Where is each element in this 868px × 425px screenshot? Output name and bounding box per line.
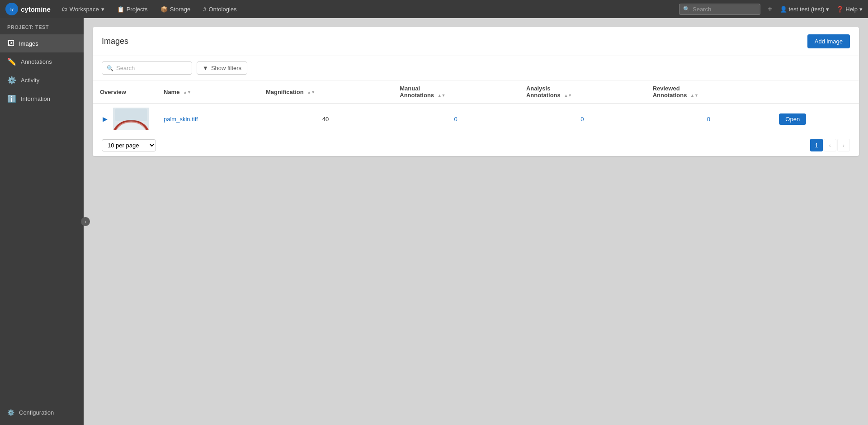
sidebar-images-label: Images	[19, 40, 38, 47]
sidebar-project-title: PROJECT: TEST	[0, 18, 84, 34]
nav-workspace-label: Workspace	[70, 6, 99, 13]
user-label: test test (test)	[789, 6, 825, 13]
col-manual-annotations[interactable]: ManualAnnotations ▲▼	[392, 80, 519, 104]
table-row: ▶	[93, 104, 859, 134]
per-page-select[interactable]: 10 per page 25 per page 50 per page	[102, 139, 156, 151]
help-chevron-icon: ▾	[859, 6, 863, 13]
projects-icon: 📋	[117, 6, 124, 13]
image-name-link[interactable]: palm_skin.tiff	[164, 116, 198, 123]
filter-icon: ▼	[203, 65, 208, 71]
row-actions-cell: Open	[772, 104, 859, 134]
sidebar-activity-label: Activity	[21, 77, 39, 84]
reviewed-sort-icon: ▲▼	[690, 94, 698, 98]
global-search-box[interactable]: 🔍	[679, 4, 760, 15]
row-magnification-cell: 40	[259, 104, 392, 134]
row-reviewed-cell: 0	[646, 104, 772, 134]
next-page-button[interactable]: ›	[837, 139, 850, 151]
col-magnification[interactable]: Magnification ▲▼	[259, 80, 392, 104]
col-analysis-label: AnalysisAnnotations	[526, 85, 561, 99]
svg-rect-6	[115, 109, 147, 121]
row-overview-cell: ▶	[93, 104, 156, 134]
nav-ontologies[interactable]: # Ontologies	[201, 6, 238, 13]
per-page-selector[interactable]: 10 per page 25 per page 50 per page	[102, 139, 156, 151]
brand[interactable]: cy cytomine	[5, 3, 51, 15]
col-manual-label: ManualAnnotations	[400, 85, 434, 99]
search-icon: 🔍	[107, 65, 113, 71]
main-layout: PROJECT: TEST 🖼 Images ✏️ Annotations ⚙️…	[0, 18, 868, 425]
add-button[interactable]: +	[768, 5, 773, 14]
table-header: Overview Name ▲▼ Magnification ▲▼ Manual…	[93, 80, 859, 104]
col-actions	[772, 80, 859, 104]
panel-header: Images Add image	[93, 27, 859, 56]
panel-toolbar: 🔍 ▼ Show filters	[93, 56, 859, 80]
sidebar-bottom: ⚙️ Configuration	[0, 400, 84, 425]
manual-sort-icon: ▲▼	[438, 94, 446, 98]
nav-storage[interactable]: 📦 Storage	[159, 6, 193, 13]
sidebar-item-images[interactable]: 🖼 Images	[0, 34, 84, 52]
panel-title: Images	[102, 37, 128, 46]
global-search-input[interactable]	[693, 6, 756, 13]
row-expand-button[interactable]: ▶	[100, 114, 110, 123]
content-area: Images Add image 🔍 ▼ Show filters	[84, 18, 868, 425]
images-icon: 🖼	[7, 39, 14, 47]
analysis-annotations-value[interactable]: 0	[580, 116, 584, 123]
col-name-label: Name	[164, 89, 179, 95]
magnification-sort-icon: ▲▼	[307, 90, 315, 94]
workspace-icon: 🗂	[61, 6, 67, 13]
search-icon: 🔍	[683, 6, 690, 12]
nav-storage-label: Storage	[170, 6, 191, 13]
brand-name: cytomine	[21, 5, 51, 13]
thumbnail-image	[113, 108, 149, 130]
col-analysis-annotations[interactable]: AnalysisAnnotations ▲▼	[519, 80, 646, 104]
sidebar-item-information[interactable]: ℹ️ Information	[0, 90, 84, 108]
col-magnification-label: Magnification	[266, 89, 304, 95]
logo-icon: cy	[5, 3, 18, 15]
col-overview: Overview	[93, 80, 156, 104]
sidebar-annotations-label: Annotations	[21, 58, 52, 65]
sidebar-collapse-button[interactable]: ‹	[81, 217, 90, 226]
reviewed-annotations-value[interactable]: 0	[707, 116, 710, 123]
navbar: cy cytomine 🗂 Workspace ▾ 📋 Projects 📦 S…	[0, 0, 868, 18]
nav-projects-label: Projects	[127, 6, 148, 13]
user-menu[interactable]: 👤 test test (test) ▾	[780, 6, 830, 13]
sidebar-item-configuration[interactable]: ⚙️ Configuration	[7, 406, 76, 420]
row-manual-cell: 0	[392, 104, 519, 134]
pagination: 1 ‹ ›	[810, 139, 850, 151]
current-page-button[interactable]: 1	[810, 139, 823, 151]
storage-icon: 📦	[160, 6, 168, 13]
information-icon: ℹ️	[7, 94, 16, 103]
prev-page-button[interactable]: ‹	[824, 139, 836, 151]
add-image-button[interactable]: Add image	[807, 34, 850, 48]
help-label: Help	[845, 6, 858, 13]
config-icon: ⚙️	[7, 409, 14, 416]
row-analysis-cell: 0	[519, 104, 646, 134]
user-icon: 👤	[780, 6, 787, 13]
open-image-button[interactable]: Open	[779, 113, 806, 125]
image-search-input[interactable]	[116, 65, 187, 71]
thumbnail-container	[113, 108, 149, 130]
workspace-chevron-icon: ▾	[101, 6, 104, 13]
show-filters-label: Show filters	[211, 65, 241, 71]
show-filters-button[interactable]: ▼ Show filters	[197, 61, 247, 75]
name-sort-icon: ▲▼	[183, 90, 191, 94]
nav-ontologies-label: Ontologies	[208, 6, 236, 13]
ontologies-icon: #	[203, 6, 206, 13]
sidebar: PROJECT: TEST 🖼 Images ✏️ Annotations ⚙️…	[0, 18, 84, 425]
navbar-right: 🔍 + 👤 test test (test) ▾ ❓ Help ▾	[679, 4, 863, 15]
nav-projects[interactable]: 📋 Projects	[115, 6, 150, 13]
image-search-box[interactable]: 🔍	[102, 61, 192, 75]
col-name[interactable]: Name ▲▼	[156, 80, 259, 104]
analysis-sort-icon: ▲▼	[564, 94, 572, 98]
sidebar-config-label: Configuration	[19, 409, 54, 416]
col-reviewed-annotations[interactable]: ReviewedAnnotations ▲▼	[646, 80, 772, 104]
images-table: Overview Name ▲▼ Magnification ▲▼ Manual…	[93, 80, 859, 134]
help-menu[interactable]: ❓ Help ▾	[836, 6, 863, 13]
manual-annotations-value[interactable]: 0	[454, 116, 457, 123]
table-body: ▶	[93, 104, 859, 134]
sidebar-item-activity[interactable]: ⚙️ Activity	[0, 71, 84, 90]
sidebar-item-annotations[interactable]: ✏️ Annotations	[0, 52, 84, 71]
activity-icon: ⚙️	[7, 76, 16, 85]
magnification-value: 40	[322, 116, 329, 123]
nav-workspace[interactable]: 🗂 Workspace ▾	[60, 6, 106, 13]
row-name-cell: palm_skin.tiff	[156, 104, 259, 134]
